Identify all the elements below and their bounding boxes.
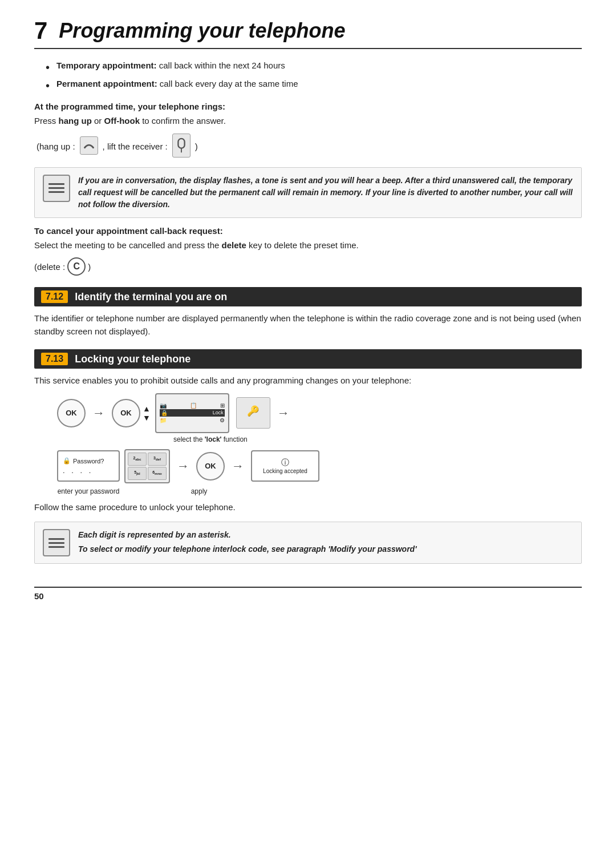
programmed-time-heading: At the programmed time, your telephone r… <box>34 102 582 111</box>
section-title-712: Identify the terminal you are on <box>75 291 227 303</box>
hangup-label: (hang up : <box>37 142 75 151</box>
pwd-question: Password? <box>73 458 104 465</box>
key-2abc: 2abc <box>128 453 147 466</box>
keypad: 2abc 3def 5jkl 6mno <box>124 449 170 483</box>
lift-label: , lift the receiver : <box>103 142 168 151</box>
info-box-1: If you are in conversation, the display … <box>34 167 582 218</box>
section-number-712: 7.12 <box>41 290 68 303</box>
bullet-text-1: call back within the next 24 hours <box>157 60 285 70</box>
enter-pwd-label: enter your password <box>58 487 120 495</box>
close-paren: ) <box>195 142 198 151</box>
arrow-3: → <box>177 459 189 474</box>
info-text-2-line1: Each digit is represented by an asterisk… <box>78 529 417 541</box>
menu-row: 📷📋⊞ <box>160 402 225 409</box>
key-6mno: 6mno <box>148 467 167 480</box>
list-item: • Temporary appointment: call back withi… <box>46 60 582 74</box>
svg-text:🔑: 🔑 <box>247 405 260 417</box>
pwd-label-row: enter your password apply <box>57 486 582 495</box>
section-bar-713: 7.13 Locking your telephone <box>34 349 582 369</box>
cancel-para-before: Select the meeting to be cancelled and p… <box>34 240 222 250</box>
step-pwd-screen: 🔒 Password? . . . . <box>57 450 120 482</box>
arrow-1: → <box>92 406 105 421</box>
arrow-2: → <box>277 406 290 421</box>
step-ok-1: OK <box>57 399 86 427</box>
step-accepted: ⓘ Locking accepted <box>251 450 319 482</box>
step-ok-2: OK ▲ ▼ <box>112 399 151 427</box>
apply-label: apply <box>191 487 208 495</box>
section-number-713: 7.13 <box>41 353 68 365</box>
key-3def: 3def <box>148 453 167 466</box>
delete-label: (delete : <box>34 262 65 272</box>
arrow-4: → <box>232 459 244 474</box>
accepted-text: Locking accepted <box>263 468 307 474</box>
key-5jkl: 5jkl <box>128 467 147 480</box>
ok-button-apply: OK <box>196 452 225 481</box>
cancel-para-after: key to delete the preset time. <box>246 240 359 250</box>
follow-text: Follow the same procedure to unlock your… <box>34 501 582 514</box>
delete-close-paren: ) <box>88 262 91 272</box>
hangup-phone-icon <box>80 136 98 156</box>
step-extra-icon: 🔑 <box>236 397 270 429</box>
page-number: 50 <box>34 591 44 601</box>
page-header: 7 Programming your telephone <box>34 17 582 49</box>
info-box-2: Each digit is represented by an asterisk… <box>34 522 582 564</box>
cancel-para: Select the meeting to be cancelled and p… <box>34 239 582 252</box>
step-keypad: 2abc 3def 5jkl 6mno <box>124 449 170 483</box>
bullet-label-1: Temporary appointment: <box>56 60 157 70</box>
lock-step-diagram: OK → OK ▲ ▼ 📷📋⊞ 🔒Lock 📁⚙ 🔑 <box>57 393 582 433</box>
hangup-lift-line: (hang up : , lift the receiver : ) <box>34 134 582 159</box>
bullet-list: • Temporary appointment: call back withi… <box>46 60 582 92</box>
section-712-text: The identifier or telephone number are d… <box>34 312 582 338</box>
bullet-dot: • <box>46 79 50 92</box>
info-icon-2 <box>43 529 70 556</box>
bullet-label-2: Permanent appointment: <box>56 79 157 88</box>
step-menu-screen: 📷📋⊞ 🔒Lock 📁⚙ <box>155 393 229 433</box>
accepted-symbol: ⓘ <box>281 458 289 468</box>
bullet-text-2: call back every day at the same time <box>157 79 298 88</box>
section-title-713: Locking your telephone <box>75 353 191 365</box>
section-bar-712: 7.12 Identify the terminal you are on <box>34 287 582 306</box>
step-ok-apply: OK <box>196 452 225 481</box>
list-item: • Permanent appointment: call back every… <box>46 79 582 92</box>
delete-line: (delete : C ) <box>34 257 582 276</box>
press-hangup-para: Press hang up or Off-hook to confirm the… <box>34 115 582 128</box>
menu-row: 📁⚙ <box>160 417 225 424</box>
chapter-title: Programming your telephone <box>59 19 345 43</box>
accepted-screen: ⓘ Locking accepted <box>251 450 319 482</box>
info-text-1: If you are in conversation, the display … <box>78 175 573 211</box>
menu-row-selected: 🔒Lock <box>160 409 225 417</box>
delete-key-icon: C <box>67 257 86 276</box>
cancel-heading: To cancel your appointment call-back req… <box>34 226 582 236</box>
section-713-text: This service enables you to prohibit out… <box>34 374 582 387</box>
ok-button-1: OK <box>57 399 86 427</box>
pwd-dots: . . . . <box>63 466 114 475</box>
password-step-diagram: 🔒 Password? . . . . 2abc 3def 5jkl 6mno … <box>57 449 582 483</box>
menu-screen: 📷📋⊞ 🔒Lock 📁⚙ <box>155 393 229 433</box>
info-icon-1 <box>43 175 70 202</box>
select-lock-label: select the 'lock' function <box>173 435 248 443</box>
lift-phone-icon <box>172 134 191 159</box>
page-footer: 50 <box>34 587 582 601</box>
pwd-screen: 🔒 Password? . . . . <box>57 450 120 482</box>
info-text-2-line2: To select or modify your telephone inter… <box>78 543 417 555</box>
ok-button-2: OK <box>112 399 140 427</box>
lock-step-label-row: select the 'lock' function <box>57 434 582 443</box>
bullet-dot: • <box>46 60 50 74</box>
cancel-bold: delete <box>222 240 246 250</box>
chapter-number: 7 <box>34 17 47 45</box>
